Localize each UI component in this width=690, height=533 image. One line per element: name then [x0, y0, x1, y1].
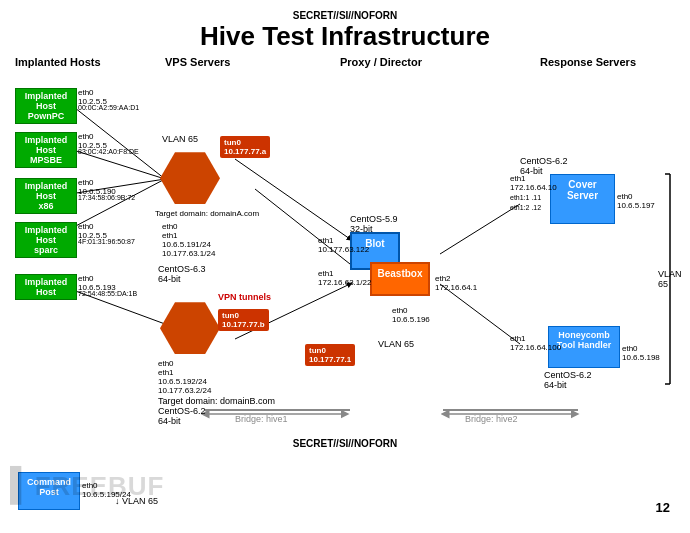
host3-label: ImplantedHostx86: [19, 181, 73, 211]
beastbox: Beastbox: [370, 262, 430, 296]
tun0-vps2: tun010.177.77.b: [218, 309, 269, 331]
col-implanted-label: Implanted Hosts: [15, 56, 101, 68]
implanted-host-mpsbe: ImplantedHostMPSBE: [15, 132, 77, 168]
page-number: 12: [656, 500, 670, 515]
cover-eth1-2: eth1:2 .12: [510, 204, 541, 211]
centos-59-label: CentOS-5.932-bit: [350, 214, 398, 234]
classification-top: SECRET//SI//NOFORN: [10, 10, 680, 21]
implanted-host-x86: ImplantedHostx86: [15, 178, 77, 214]
host2-mac: 83:0C:42:A0:F8:DE: [78, 148, 139, 155]
host2-label: ImplantedHostMPSBE: [19, 135, 73, 165]
vpn-tunnels-label: VPN tunnels: [218, 292, 271, 302]
blot-eth2: eth2172.16.64.1: [435, 274, 477, 292]
host3-mac: 17:34:58:06:9B:72: [78, 194, 135, 201]
col-response-label: Response Servers: [540, 56, 636, 68]
bridge-hive2-label: Bridge: hive2: [465, 414, 518, 424]
beastbox-label: Beastbox: [377, 268, 422, 279]
watermark-label: FREEBUF: [35, 471, 165, 501]
bridge-hive1-line: [205, 409, 350, 411]
honeycomb-eth1: eth1172.16.64.100: [510, 334, 561, 352]
implanted-host-sparc: ImplantedHostsparc: [15, 222, 77, 258]
svg-line-5: [235, 159, 350, 239]
watermark-text: ▌FREEBUF: [10, 466, 164, 503]
cover-eth1: eth1172.16.64.10: [510, 174, 557, 192]
page: SECRET//SI//NOFORN Hive Test Infrastruct…: [0, 0, 690, 533]
honeycomb-eth0: eth010.6.5.198: [622, 344, 660, 362]
blot-eth1-alt: eth1172.16.63.1/22: [318, 269, 371, 287]
blot-eth1: eth110.177.63.122: [318, 236, 369, 254]
svg-line-8: [440, 204, 520, 254]
tun0-bottom: tun010.177.77.1: [305, 344, 355, 366]
page-title: Hive Test Infrastructure: [10, 21, 680, 52]
tun0-vps1: tun010.177.77.a: [220, 136, 270, 158]
implanted-host-pownpc: ImplantedHostPownPC: [15, 88, 77, 124]
vps1-os: CentOS-6.364-bit: [158, 264, 206, 284]
host4-label: ImplantedHostsparc: [19, 225, 73, 255]
cover-eth0: eth010.6.5.197: [617, 192, 655, 210]
cover-server: Cover Server: [550, 174, 615, 224]
header: SECRET//SI//NOFORN Hive Test Infrastruct…: [10, 10, 680, 52]
vlan65-proxy: VLAN 65: [378, 339, 414, 349]
bridge-hive2-line: [443, 409, 578, 411]
target-domain-a: Target domain: domainA.com: [155, 209, 259, 218]
centos-62-cover: CentOS-6.264-bit: [520, 156, 568, 176]
honeycomb-os: CentOS-6.264-bit: [544, 370, 592, 390]
col-proxy-label: Proxy / Director: [340, 56, 422, 68]
cover-server-label: Cover Server: [554, 179, 611, 201]
vps-server-2: [160, 302, 220, 354]
vlan65-vps1: VLAN 65: [162, 134, 198, 144]
host4-mac: 4F:01:31:96:50:87: [78, 238, 135, 245]
classification-bottom: SECRET//SI//NOFORN: [10, 438, 680, 449]
vlan65-right: VLAN 65: [658, 269, 682, 289]
bridge-hive1-label: Bridge: hive1: [235, 414, 288, 424]
blot-eth0: eth010.6.5.196: [392, 306, 430, 324]
vps-server-1: [160, 152, 220, 204]
footer: SECRET//SI//NOFORN: [10, 438, 680, 449]
diagram-area: ImplantedHostPownPC eth010.2.5.5 00:0C:A…: [10, 74, 680, 434]
host1-label: ImplantedHostPownPC: [19, 91, 73, 121]
honeycomb-label: Honeycomb Tool Handler: [552, 330, 616, 350]
host1-mac: 00:0C:A2:59:AA:D1: [78, 104, 139, 111]
col-vps-label: VPS Servers: [165, 56, 230, 68]
implanted-host-5: ImplantedHost: [15, 274, 77, 300]
host5-mac: 72:54:48:55:DA:1B: [78, 290, 137, 297]
vps2-eth: eth0eth110.6.5.192/2410.177.63.2/24: [158, 359, 211, 395]
host5-label: ImplantedHost: [19, 277, 73, 297]
cover-eth1-1: eth1:1 .11: [510, 194, 541, 201]
svg-line-9: [440, 284, 520, 344]
vps1-eth: eth0eth110.6.5.191/2410.177.63.1/24: [162, 222, 215, 258]
